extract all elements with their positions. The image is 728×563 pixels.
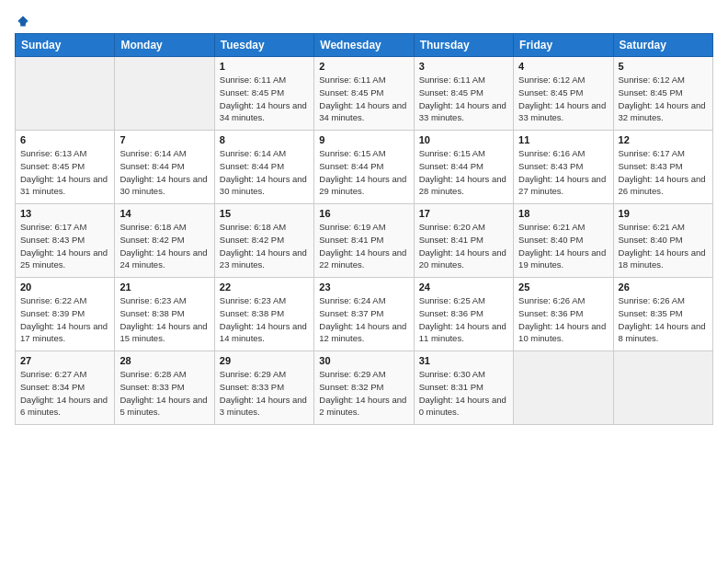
day-cell: 7Sunrise: 6:14 AMSunset: 8:44 PMDaylight… (115, 131, 214, 204)
day-info: Sunrise: 6:12 AMSunset: 8:45 PMDaylight:… (518, 74, 608, 124)
day-info: Sunrise: 6:11 AMSunset: 8:45 PMDaylight:… (319, 74, 408, 124)
day-number: 13 (20, 208, 109, 219)
day-cell (115, 57, 214, 131)
day-cell: 20Sunrise: 6:22 AMSunset: 8:39 PMDayligh… (16, 278, 115, 351)
day-cell: 15Sunrise: 6:18 AMSunset: 8:42 PMDayligh… (214, 204, 313, 278)
day-cell: 25Sunrise: 6:26 AMSunset: 8:36 PMDayligh… (514, 278, 613, 351)
day-cell: 9Sunrise: 6:15 AMSunset: 8:44 PMDaylight… (314, 131, 414, 204)
day-number: 18 (518, 208, 608, 219)
header-cell-monday: Monday (115, 34, 214, 57)
day-number: 1 (220, 61, 309, 72)
day-number: 16 (319, 208, 408, 219)
day-number: 10 (419, 134, 508, 145)
day-info: Sunrise: 6:13 AMSunset: 8:45 PMDaylight:… (20, 147, 109, 198)
day-info: Sunrise: 6:14 AMSunset: 8:44 PMDaylight:… (119, 147, 209, 198)
day-info: Sunrise: 6:14 AMSunset: 8:44 PMDaylight:… (220, 147, 309, 198)
day-cell: 11Sunrise: 6:16 AMSunset: 8:43 PMDayligh… (514, 131, 613, 204)
day-info: Sunrise: 6:22 AMSunset: 8:39 PMDaylight:… (20, 294, 109, 345)
day-number: 14 (119, 208, 209, 219)
day-number: 29 (220, 355, 309, 366)
day-cell: 8Sunrise: 6:14 AMSunset: 8:44 PMDaylight… (214, 131, 313, 204)
header-cell-saturday: Saturday (613, 34, 712, 57)
day-info: Sunrise: 6:27 AMSunset: 8:34 PMDaylight:… (20, 368, 109, 419)
day-cell: 16Sunrise: 6:19 AMSunset: 8:41 PMDayligh… (314, 204, 414, 278)
day-number: 21 (119, 282, 209, 293)
day-cell (613, 351, 712, 425)
day-cell: 14Sunrise: 6:18 AMSunset: 8:42 PMDayligh… (115, 204, 214, 278)
day-number: 27 (20, 355, 109, 366)
day-cell: 17Sunrise: 6:20 AMSunset: 8:41 PMDayligh… (414, 204, 513, 278)
day-number: 6 (20, 134, 109, 145)
day-info: Sunrise: 6:30 AMSunset: 8:31 PMDaylight:… (419, 368, 508, 419)
header-row: SundayMondayTuesdayWednesdayThursdayFrid… (16, 34, 713, 57)
day-info: Sunrise: 6:23 AMSunset: 8:38 PMDaylight:… (220, 294, 309, 345)
day-cell: 29Sunrise: 6:29 AMSunset: 8:33 PMDayligh… (214, 351, 313, 425)
day-number: 28 (119, 355, 209, 366)
day-number: 26 (619, 282, 708, 293)
logo-icon (17, 15, 29, 28)
day-cell (16, 57, 115, 131)
day-cell (514, 351, 613, 425)
week-row-1: 1Sunrise: 6:11 AMSunset: 8:45 PMDaylight… (16, 57, 713, 131)
header-cell-tuesday: Tuesday (214, 34, 313, 57)
day-info: Sunrise: 6:23 AMSunset: 8:38 PMDaylight:… (119, 294, 209, 345)
calendar-table: SundayMondayTuesdayWednesdayThursdayFrid… (15, 33, 713, 425)
calendar-header: SundayMondayTuesdayWednesdayThursdayFrid… (16, 34, 713, 57)
day-number: 30 (319, 355, 408, 366)
day-cell: 26Sunrise: 6:26 AMSunset: 8:35 PMDayligh… (613, 278, 712, 351)
day-cell: 3Sunrise: 6:11 AMSunset: 8:45 PMDaylight… (414, 57, 513, 131)
day-info: Sunrise: 6:12 AMSunset: 8:45 PMDaylight:… (619, 74, 708, 124)
day-cell: 27Sunrise: 6:27 AMSunset: 8:34 PMDayligh… (16, 351, 115, 425)
day-cell: 2Sunrise: 6:11 AMSunset: 8:45 PMDaylight… (314, 57, 414, 131)
day-cell: 22Sunrise: 6:23 AMSunset: 8:38 PMDayligh… (214, 278, 313, 351)
day-number: 15 (220, 208, 309, 219)
header-cell-thursday: Thursday (414, 34, 513, 57)
day-info: Sunrise: 6:29 AMSunset: 8:33 PMDaylight:… (220, 368, 309, 419)
week-row-4: 20Sunrise: 6:22 AMSunset: 8:39 PMDayligh… (16, 278, 713, 351)
day-info: Sunrise: 6:17 AMSunset: 8:43 PMDaylight:… (619, 147, 708, 198)
day-number: 5 (619, 61, 708, 72)
day-number: 7 (119, 134, 209, 145)
header (15, 15, 713, 28)
header-cell-wednesday: Wednesday (314, 34, 414, 57)
day-cell: 24Sunrise: 6:25 AMSunset: 8:36 PMDayligh… (414, 278, 513, 351)
day-cell: 10Sunrise: 6:15 AMSunset: 8:44 PMDayligh… (414, 131, 513, 204)
day-info: Sunrise: 6:29 AMSunset: 8:32 PMDaylight:… (319, 368, 408, 419)
day-number: 9 (319, 134, 408, 145)
day-info: Sunrise: 6:25 AMSunset: 8:36 PMDaylight:… (419, 294, 508, 345)
day-number: 8 (220, 134, 309, 145)
day-info: Sunrise: 6:17 AMSunset: 8:43 PMDaylight:… (20, 221, 109, 271)
day-info: Sunrise: 6:18 AMSunset: 8:42 PMDaylight:… (220, 221, 309, 271)
week-row-3: 13Sunrise: 6:17 AMSunset: 8:43 PMDayligh… (16, 204, 713, 278)
day-cell: 21Sunrise: 6:23 AMSunset: 8:38 PMDayligh… (115, 278, 214, 351)
day-info: Sunrise: 6:16 AMSunset: 8:43 PMDaylight:… (518, 147, 608, 198)
day-info: Sunrise: 6:26 AMSunset: 8:35 PMDaylight:… (619, 294, 708, 345)
day-cell: 31Sunrise: 6:30 AMSunset: 8:31 PMDayligh… (414, 351, 513, 425)
day-cell: 13Sunrise: 6:17 AMSunset: 8:43 PMDayligh… (16, 204, 115, 278)
day-info: Sunrise: 6:21 AMSunset: 8:40 PMDaylight:… (518, 221, 608, 271)
day-number: 20 (20, 282, 109, 293)
day-number: 3 (419, 61, 508, 72)
day-cell: 28Sunrise: 6:28 AMSunset: 8:33 PMDayligh… (115, 351, 214, 425)
day-info: Sunrise: 6:20 AMSunset: 8:41 PMDaylight:… (419, 221, 508, 271)
header-cell-friday: Friday (514, 34, 613, 57)
logo (15, 15, 29, 28)
svg-marker-1 (17, 16, 28, 26)
day-number: 19 (619, 208, 708, 219)
day-info: Sunrise: 6:21 AMSunset: 8:40 PMDaylight:… (619, 221, 708, 271)
day-info: Sunrise: 6:26 AMSunset: 8:36 PMDaylight:… (518, 294, 608, 345)
day-info: Sunrise: 6:28 AMSunset: 8:33 PMDaylight:… (119, 368, 209, 419)
day-number: 31 (419, 355, 508, 366)
week-row-2: 6Sunrise: 6:13 AMSunset: 8:45 PMDaylight… (16, 131, 713, 204)
day-cell: 19Sunrise: 6:21 AMSunset: 8:40 PMDayligh… (613, 204, 712, 278)
day-number: 22 (220, 282, 309, 293)
day-number: 4 (518, 61, 608, 72)
day-info: Sunrise: 6:24 AMSunset: 8:37 PMDaylight:… (319, 294, 408, 345)
day-cell: 4Sunrise: 6:12 AMSunset: 8:45 PMDaylight… (514, 57, 613, 131)
day-number: 24 (419, 282, 508, 293)
day-number: 12 (619, 134, 708, 145)
day-cell: 1Sunrise: 6:11 AMSunset: 8:45 PMDaylight… (214, 57, 313, 131)
day-cell: 12Sunrise: 6:17 AMSunset: 8:43 PMDayligh… (613, 131, 712, 204)
day-info: Sunrise: 6:11 AMSunset: 8:45 PMDaylight:… (419, 74, 508, 124)
day-number: 11 (518, 134, 608, 145)
